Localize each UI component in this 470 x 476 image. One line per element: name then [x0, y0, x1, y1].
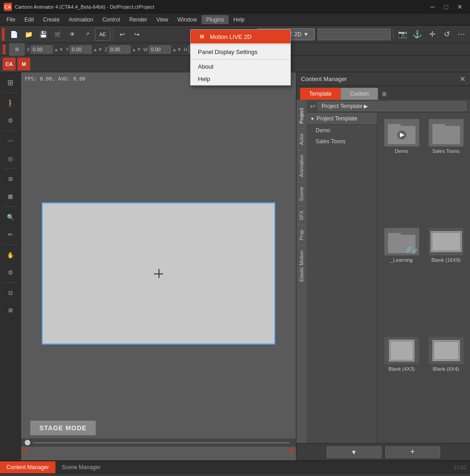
x-input[interactable]	[31, 45, 53, 54]
pd-item-panel-settings[interactable]: Panel Display Settings	[191, 46, 290, 58]
vtab-sfx[interactable]: SFX	[297, 207, 306, 224]
grid-item-demo[interactable]: Demo	[381, 116, 422, 222]
grid-item-blank-4x3[interactable]: Blank (4X3)	[381, 334, 422, 439]
tree-item-sales-toons[interactable]: Sales Toons	[306, 136, 377, 147]
cm-tab-row: Template Custom ⊕	[296, 86, 470, 100]
vtab-project[interactable]: Project	[297, 104, 306, 127]
menu-window[interactable]: Window	[173, 15, 202, 24]
lt-circle-button[interactable]: ◎	[2, 150, 19, 167]
menu-file[interactable]: File	[2, 15, 20, 24]
tab-custom[interactable]: Custom	[341, 88, 378, 100]
grid-label-sales-toons: Sales Toons	[432, 148, 460, 154]
redo-button[interactable]: ↪	[130, 28, 144, 41]
menu-control[interactable]: Control	[98, 15, 125, 24]
preview-button[interactable]: 👁	[66, 28, 79, 41]
reset-button[interactable]: ↺	[440, 28, 454, 41]
anchor-button[interactable]: ⚓	[410, 28, 424, 41]
menu-animation[interactable]: Animation	[64, 15, 98, 24]
coord-x-group: X ▲▼	[27, 45, 64, 54]
w-input[interactable]	[149, 45, 171, 54]
svg-text:🔗: 🔗	[405, 246, 412, 253]
menu-edit[interactable]: Edit	[20, 15, 38, 24]
tree-content: ↩ Project Template ▶ ▼ Project Template	[306, 100, 470, 443]
lt-gear-button[interactable]: ⚙	[2, 264, 19, 281]
vtab-animation[interactable]: Animation	[297, 151, 306, 181]
cm-content-body: Project Actor Animation Scene SFX Prop E…	[296, 100, 470, 443]
move-button[interactable]: ✛	[425, 28, 439, 41]
cm-close-button[interactable]: ✕	[459, 75, 465, 83]
vertical-tabs: Project Actor Animation Scene SFX Prop E…	[296, 100, 306, 443]
plugins-dropdown: M Motion LIVE 2D Panel Display Settings …	[190, 29, 291, 86]
grid-item-blank-16x9[interactable]: Blank (16X9)	[426, 225, 466, 330]
cm-down-button[interactable]: ▼	[327, 446, 382, 458]
new-file-button[interactable]: 📄	[7, 28, 21, 41]
toolbar-sep-1	[113, 29, 113, 39]
toolbar-red-accent	[2, 28, 5, 41]
cm-add-button[interactable]: +	[385, 446, 440, 458]
lt-brush-button[interactable]: ✏	[2, 226, 19, 243]
left-toolbar: ⊞ 🚶 ⚙ 〰 ◎ ⊞ ▦ 🔍 ✏ ✋ ⚙ ⊟ ⊠	[0, 72, 21, 460]
export-button[interactable]: 🛒	[51, 28, 65, 41]
minimize-button[interactable]: ─	[426, 2, 439, 11]
pd-help-label: Help	[198, 76, 210, 82]
lt-grid-button[interactable]: ⊞	[2, 74, 19, 91]
pd-item-about[interactable]: About	[191, 60, 290, 73]
close-button[interactable]: ✕	[454, 2, 466, 11]
coord-w-group: W ▲▼	[143, 45, 182, 54]
pd-item-motion-live[interactable]: M Motion LIVE 2D	[191, 30, 290, 43]
pd-item-help[interactable]: Help	[191, 73, 290, 85]
breadcrumb-back-button[interactable]: ↩	[310, 103, 316, 110]
more-button[interactable]: ⋯	[454, 28, 468, 41]
maximize-button[interactable]: □	[440, 2, 453, 11]
lt-search-button[interactable]: 🔍	[2, 209, 19, 225]
tab-scene-manager[interactable]: Scene Manager	[55, 461, 107, 473]
lt-filter-button[interactable]: ▦	[2, 188, 19, 205]
tab-template[interactable]: Template	[300, 88, 341, 100]
grid-thumb-learning: 🔗	[384, 228, 419, 255]
vtab-scene[interactable]: Scene	[297, 183, 306, 205]
lt-person-button[interactable]: 🚶	[2, 95, 19, 111]
lt-layout-button[interactable]: ⊟	[2, 285, 19, 301]
lt-layers-button[interactable]: ⊠	[2, 302, 19, 319]
motion-live-control[interactable]	[317, 28, 391, 40]
menu-plugins[interactable]: Plugins	[202, 15, 229, 24]
lt-table-button[interactable]: ⊞	[2, 171, 19, 187]
grid-item-blank-6x4[interactable]: Blank (6X4)	[426, 334, 466, 439]
menu-help[interactable]: Help	[229, 15, 249, 24]
lt-rig-button[interactable]: ⚙	[2, 112, 19, 129]
undo-button[interactable]: ↩	[115, 28, 129, 41]
vtab-sep-2	[298, 150, 305, 150]
vtab-actor[interactable]: Actor	[297, 130, 306, 149]
mode-icon: ⊞	[9, 43, 25, 56]
z-input[interactable]	[109, 45, 131, 54]
lt-hand-button[interactable]: ✋	[2, 247, 19, 263]
timeline-thumb[interactable]	[25, 440, 30, 445]
m-plugin-icon[interactable]: M	[17, 58, 30, 70]
stage-mode-button[interactable]: STAGE MODE	[30, 421, 96, 435]
ca-plugin-icon[interactable]: CA	[3, 58, 16, 70]
menu-view[interactable]: View	[152, 15, 173, 24]
grid-item-learning[interactable]: 🔗 _Learning	[381, 225, 422, 330]
tree-item-demo[interactable]: Demo	[306, 125, 377, 136]
tab-content-manager[interactable]: Content Manager	[0, 461, 55, 473]
pd-motion-live-label: Motion LIVE 2D	[210, 33, 251, 40]
tree-root-item[interactable]: ▼ Project Template	[306, 113, 377, 125]
timeline-scrollbar[interactable]	[21, 438, 296, 447]
vtab-elastic-motion[interactable]: Elastic Motion	[297, 247, 306, 285]
save-button[interactable]: 💾	[36, 28, 50, 41]
tab-dropdown-arrow[interactable]: ⊕	[382, 90, 387, 97]
open-file-button[interactable]: 📁	[22, 28, 35, 41]
lt-sep-5	[4, 244, 17, 245]
lt-wave-button[interactable]: 〰	[2, 133, 19, 149]
grid-thumb-blank-6x4	[429, 337, 464, 364]
menu-render[interactable]: Render	[125, 15, 152, 24]
export2-button[interactable]: ↗	[80, 28, 94, 41]
camera-button[interactable]: 📷	[396, 28, 410, 41]
y-input[interactable]	[70, 45, 92, 54]
grid-item-sales-toons[interactable]: Sales Toons	[426, 116, 466, 222]
menu-create[interactable]: Create	[38, 15, 64, 24]
tree-demo-label: Demo	[316, 127, 330, 134]
ae-button[interactable]: AE	[95, 28, 110, 41]
vtab-prop[interactable]: Prop	[297, 226, 306, 244]
menubar: File Edit Create Animation Control Rende…	[0, 14, 470, 26]
